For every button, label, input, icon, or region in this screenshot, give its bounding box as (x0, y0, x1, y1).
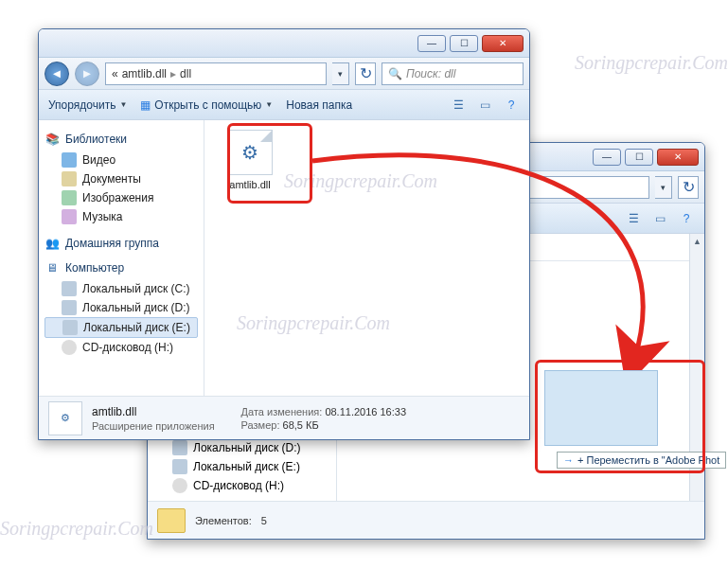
sidebar-item-label: Изображения (82, 191, 153, 204)
refresh-button[interactable]: ↻ (678, 176, 699, 199)
details-size-label: Размер: (241, 419, 280, 431)
search-icon: 🔍 (388, 67, 402, 80)
drag-drop-target[interactable] (544, 370, 658, 446)
video-icon (62, 152, 77, 168)
breadcrumb[interactable]: « amtlib.dll ▸ dll (105, 62, 327, 85)
sidebar-item-disk-e[interactable]: Локальный диск (E:) (155, 457, 328, 476)
chevron-down-icon: ▼ (119, 100, 127, 109)
toolbar-right-icons: ☰ ▭ ? (450, 97, 520, 114)
chevron-down-icon: ▼ (265, 100, 273, 109)
details-filetype: Расширение приложения (92, 420, 215, 432)
sidebar-group-libraries[interactable]: 📚Библиотеки (44, 132, 198, 147)
sidebar-item-cd-h[interactable]: CD-дисковод (H:) (155, 476, 328, 495)
sidebar-item-label: Локальный диск (D:) (193, 441, 301, 454)
watermark: Soringpcrepair.Com (0, 518, 153, 540)
gear-icon: ⚙ (241, 141, 258, 164)
sidebar-item-label: Локальный диск (D:) (82, 301, 190, 314)
close-button[interactable] (482, 35, 524, 52)
drag-tooltip: → + Переместить в "Adobe Phot (557, 452, 726, 469)
folder-icon (157, 508, 186, 533)
scroll-up-icon[interactable]: ▲ (690, 234, 704, 249)
search-input[interactable]: 🔍 Поиск: dll (382, 62, 524, 85)
sidebar-group-homegroup[interactable]: 👥Домашняя группа (44, 236, 198, 251)
sidebar-item-label: Видео (82, 153, 115, 167)
drag-tooltip-text: + Переместить в "Adobe Phot (577, 454, 719, 466)
watermark: Soringpcrepair.Com (575, 52, 728, 74)
sidebar-item-label: CD-дисковод (H:) (193, 479, 284, 492)
new-folder-button[interactable]: Новая папка (286, 98, 352, 112)
computer-icon: 🖥 (44, 260, 60, 275)
breadcrumb-segment[interactable]: dll (180, 67, 191, 80)
sidebar-item-label: Локальный диск (C:) (82, 282, 190, 295)
sidebar: 📚Библиотеки Видео Документы Изображения … (39, 120, 204, 396)
sidebar-item-music[interactable]: Музыка (44, 207, 198, 226)
sidebar-group-label: Компьютер (65, 261, 124, 275)
details-date-value: 08.11.2016 16:33 (325, 406, 406, 417)
explorer-window-source: ◄ ► « amtlib.dll ▸ dll ▾ ↻ 🔍 Поиск: dll … (38, 28, 530, 440)
sidebar-item-cd-h[interactable]: CD-дисковод (H:) (44, 338, 198, 357)
sidebar-item-label: Локальный диск (E:) (83, 321, 190, 334)
sidebar-item-disk-d[interactable]: Локальный диск (D:) (44, 298, 198, 317)
sidebar-item-images[interactable]: Изображения (44, 188, 198, 207)
back-button[interactable]: ◄ (44, 62, 69, 86)
sidebar-group-label: Домашняя группа (65, 237, 159, 250)
details-filename: amtlib.dll (92, 405, 215, 418)
sidebar-item-label: Музыка (82, 210, 122, 223)
toolbar-right-icons: ☰ ▭ ? (625, 210, 695, 227)
breadcrumb-dropdown[interactable]: ▾ (332, 62, 349, 85)
navbar: ◄ ► « amtlib.dll ▸ dll ▾ ↻ 🔍 Поиск: dll (39, 58, 529, 90)
minimize-button[interactable] (593, 149, 621, 166)
toolbar: Упорядочить▼ ▦Открыть с помощью▼ Новая п… (39, 90, 529, 120)
view-options-icon[interactable]: ☰ (625, 210, 642, 227)
open-with-menu[interactable]: ▦Открыть с помощью▼ (140, 98, 273, 112)
disk-icon (62, 300, 77, 315)
sidebar-item-video[interactable]: Видео (44, 151, 198, 169)
chevron-right-icon: ▸ (170, 67, 176, 80)
sidebar-group-label: Библиотеки (65, 133, 127, 146)
close-button[interactable] (657, 149, 699, 166)
maximize-button[interactable] (450, 35, 478, 52)
sidebar-item-disk-e[interactable]: Локальный диск (E:) (44, 317, 198, 338)
window-body: 📚Библиотеки Видео Документы Изображения … (39, 120, 529, 396)
sidebar-item-label: Локальный диск (E:) (193, 460, 300, 473)
images-icon (62, 190, 77, 205)
sidebar-item-documents[interactable]: Документы (44, 169, 198, 188)
search-placeholder: Поиск: dll (406, 67, 455, 80)
maximize-button[interactable] (625, 149, 653, 166)
music-icon (62, 209, 77, 224)
details-size-value: 68,5 КБ (283, 419, 319, 431)
details-pane: ⚙ amtlib.dll Расширение приложения Дата … (39, 396, 529, 439)
titlebar (39, 29, 529, 58)
sidebar-group-computer[interactable]: 🖥Компьютер (44, 260, 198, 275)
sidebar-item-disk-d[interactable]: Локальный диск (D:) (155, 438, 328, 457)
minimize-button[interactable] (417, 35, 446, 52)
forward-button[interactable]: ► (75, 62, 99, 86)
toolbar-label: Новая папка (286, 98, 352, 112)
libraries-icon: 📚 (44, 132, 60, 147)
organize-menu[interactable]: Упорядочить▼ (48, 98, 127, 112)
breadcrumb-dropdown[interactable]: ▾ (655, 176, 672, 199)
help-icon[interactable]: ? (503, 97, 520, 114)
breadcrumb-segment[interactable]: amtlib.dll (122, 67, 167, 80)
sidebar-item-disk-c[interactable]: Локальный диск (C:) (44, 279, 198, 298)
sidebar-item-label: CD-дисковод (H:) (82, 341, 173, 354)
details-date-label: Дата изменения: (241, 406, 323, 417)
preview-pane-icon[interactable]: ▭ (476, 97, 493, 114)
toolbar-label: Упорядочить (48, 98, 115, 112)
view-options-icon[interactable]: ☰ (450, 97, 467, 114)
statusbar: Элементов: 5 (148, 501, 704, 539)
disk-icon (62, 281, 77, 296)
help-icon[interactable]: ? (678, 210, 695, 227)
file-list-area[interactable]: ⚙ amtlib.dll (204, 120, 529, 396)
refresh-button[interactable]: ↻ (355, 62, 376, 85)
toolbar-label: Открыть с помощью (154, 98, 261, 112)
file-item-amtlib[interactable]: ⚙ amtlib.dll (214, 130, 286, 190)
preview-pane-icon[interactable]: ▭ (651, 210, 668, 227)
cd-icon (62, 340, 77, 355)
status-items-count: 5 (261, 515, 267, 526)
app-icon: ▦ (140, 98, 151, 112)
sidebar-item-label: Документы (82, 172, 141, 186)
disk-icon (172, 459, 187, 474)
status-items-label: Элементов: (195, 515, 252, 526)
homegroup-icon: 👥 (44, 236, 60, 251)
